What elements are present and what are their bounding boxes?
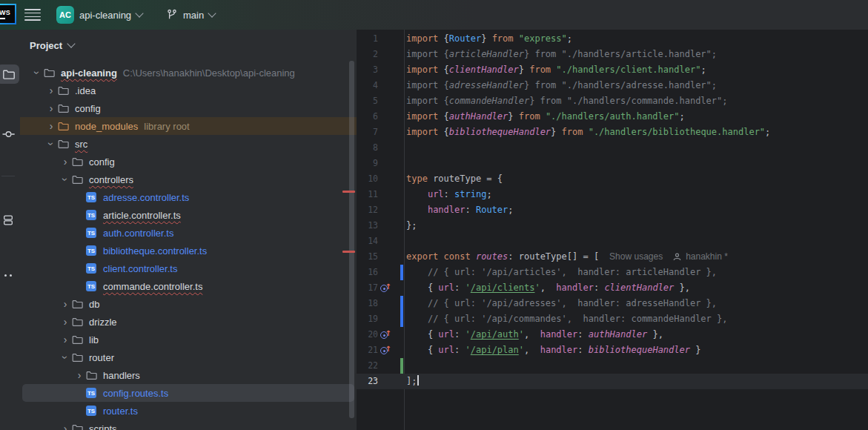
code-text[interactable]: { url: '/api/plan', handler: bibliothequ…	[406, 343, 700, 358]
chevron-collapsed-icon[interactable]: ›	[59, 316, 71, 328]
tree-item-config.routes.ts[interactable]: TSconfig.routes.ts	[20, 384, 357, 402]
line-number[interactable]: 14	[357, 234, 378, 249]
line-number[interactable]: 21	[357, 343, 378, 358]
code-vision-usages[interactable]: Show usages	[609, 251, 663, 262]
tree-item-adresse.controller.ts[interactable]: TSadresse.controller.ts	[20, 188, 357, 206]
code-text[interactable]: import {commandeHandler} from "./handler…	[406, 93, 727, 109]
tree-item-handlers[interactable]: ›handlers	[20, 366, 357, 384]
tree-item-scripts[interactable]: ›scripts	[20, 420, 357, 430]
endpoint-gutter-icon[interactable]: ↑	[380, 345, 391, 357]
code-text[interactable]: // { url: '/api/commandes', handler: com…	[406, 311, 727, 327]
code-text[interactable]: handler: Router;	[406, 202, 514, 218]
line-number[interactable]: 5	[357, 93, 378, 109]
line-number[interactable]: 10	[357, 171, 378, 187]
tree-item-src[interactable]: ›src	[20, 135, 357, 153]
line-number[interactable]: 16	[357, 265, 378, 280]
endpoint-gutter-icon[interactable]: ↑	[380, 329, 391, 341]
tree-item-label: client.controller.ts	[103, 263, 177, 274]
line-number[interactable]: 3	[357, 62, 378, 78]
chevron-collapsed-icon[interactable]: ›	[59, 298, 71, 310]
error-stripe-mark[interactable]	[342, 251, 355, 253]
line-number[interactable]: 11	[357, 187, 378, 202]
tree-item-router.ts[interactable]: TSrouter.ts	[20, 402, 357, 420]
commit-tool-button[interactable]	[0, 125, 19, 144]
tree-item-auth.controller.ts[interactable]: TSauth.controller.ts	[20, 224, 357, 242]
tree-item-client.controller.ts[interactable]: TSclient.controller.ts	[20, 259, 357, 277]
tree-item-router[interactable]: ›router	[20, 348, 357, 366]
code-text[interactable]: import {clientHandler} from "./handlers/…	[406, 62, 706, 78]
chevron-expanded-icon[interactable]: ›	[31, 67, 43, 79]
tree-item-commande.controller.ts[interactable]: TScommande.controller.ts	[20, 277, 357, 295]
tree-item-api-cleaning[interactable]: ›api-cleaningC:\Users\hanakhin\Desktop\a…	[20, 64, 357, 82]
code-text[interactable]: { url: '/api/auth', handler: authHandler…	[406, 327, 663, 343]
folder-icon	[57, 138, 69, 150]
line-number[interactable]: 6	[357, 109, 378, 125]
tree-item-drizzle[interactable]: ›drizzle	[20, 313, 357, 331]
tree-item-article.controller.ts[interactable]: TSarticle.controller.ts	[20, 206, 357, 224]
line-number[interactable]: 9	[357, 156, 378, 171]
chevron-collapsed-icon[interactable]: ›	[73, 369, 85, 381]
vcs-modified-line-marker[interactable]	[400, 311, 403, 327]
code-text[interactable]: import {adresseHandler} from "./handlers…	[406, 78, 717, 93]
code-text[interactable]: // { url: '/api/articles', handler: arti…	[406, 265, 717, 280]
code-text[interactable]: import {Router} from "express";	[406, 31, 572, 47]
code-text[interactable]: import {authHandler} from "./handlers/au…	[406, 109, 685, 125]
vcs-branch-widget[interactable]: main	[166, 3, 215, 27]
code-text[interactable]: import {bibliothequeHandler} from "./han…	[406, 125, 770, 140]
tree-item-db[interactable]: ›db	[20, 295, 357, 313]
chevron-collapsed-icon[interactable]: ›	[45, 85, 57, 96]
code-text[interactable]: url: string;	[406, 187, 492, 202]
line-number[interactable]: 2	[357, 47, 378, 62]
code-text[interactable]: };	[406, 218, 417, 234]
chevron-collapsed-icon[interactable]: ›	[45, 120, 57, 132]
error-stripe-mark[interactable]	[342, 191, 355, 193]
tree-item-node_modules[interactable]: ›node_moduleslibrary root	[20, 117, 357, 135]
more-tools-button[interactable]	[0, 265, 19, 285]
chevron-expanded-icon[interactable]: ›	[59, 173, 71, 185]
project-widget[interactable]: AC api-cleaning	[56, 3, 142, 27]
line-number[interactable]: 15	[357, 249, 378, 265]
vcs-modified-line-marker[interactable]	[400, 265, 403, 280]
chevron-collapsed-icon[interactable]: ›	[45, 102, 57, 114]
code-editor[interactable]: 1import {Router} from "express";2import …	[357, 30, 868, 430]
project-panel-header[interactable]: Project	[30, 36, 74, 55]
code-text[interactable]: // { url: '/api/adresses', handler: adre…	[406, 296, 717, 311]
vcs-modified-line-marker[interactable]	[400, 296, 403, 311]
project-tool-button[interactable]	[0, 64, 19, 84]
code-text[interactable]: export const routes: routeType[] = [Show…	[406, 249, 728, 266]
line-number[interactable]: 23	[357, 374, 378, 389]
code-text[interactable]: { url: '/api/clients', handler: clientHa…	[406, 280, 690, 296]
line-number[interactable]: 8	[357, 140, 378, 156]
line-number[interactable]: 4	[357, 78, 378, 93]
line-number[interactable]: 17	[357, 280, 378, 296]
tree-item-lib[interactable]: ›lib	[20, 331, 357, 348]
hamburger-menu-icon[interactable]	[24, 9, 41, 21]
tree-item-.idea[interactable]: ›.idea	[20, 82, 357, 99]
line-number[interactable]: 12	[357, 202, 378, 218]
line-number[interactable]: 22	[357, 358, 378, 374]
line-number[interactable]: 18	[357, 296, 378, 311]
endpoint-gutter-icon[interactable]: ↑	[380, 282, 391, 294]
code-text[interactable]: import {articleHandler} from "./handlers…	[406, 47, 717, 62]
chevron-collapsed-icon[interactable]: ›	[59, 423, 71, 430]
project-scrollbar[interactable]	[349, 61, 354, 418]
line-number[interactable]: 19	[357, 311, 378, 327]
code-text[interactable]: type routeType = {	[406, 171, 503, 187]
tree-item-config[interactable]: ›config	[20, 153, 357, 171]
chevron-expanded-icon[interactable]: ›	[59, 351, 71, 363]
line-number[interactable]: 13	[357, 218, 378, 234]
tree-item-label: adresse.controller.ts	[103, 192, 189, 203]
tree-item-bibliotheque.controller.ts[interactable]: TSbibliotheque.controller.ts	[20, 242, 357, 259]
code-text[interactable]: ];	[406, 374, 419, 389]
chevron-collapsed-icon[interactable]: ›	[59, 156, 71, 168]
tree-item-config[interactable]: ›config	[20, 99, 357, 117]
line-number[interactable]: 1	[357, 31, 378, 47]
line-number[interactable]: 20	[357, 327, 378, 343]
chevron-collapsed-icon[interactable]: ›	[59, 334, 71, 345]
tree-item-controllers[interactable]: ›controllers	[20, 171, 357, 188]
code-vision-author[interactable]: hanakhin *	[686, 251, 728, 262]
chevron-expanded-icon[interactable]: ›	[45, 138, 57, 150]
structure-tool-button[interactable]	[0, 211, 19, 230]
vcs-added-line-marker[interactable]	[400, 358, 403, 374]
line-number[interactable]: 7	[357, 125, 378, 140]
